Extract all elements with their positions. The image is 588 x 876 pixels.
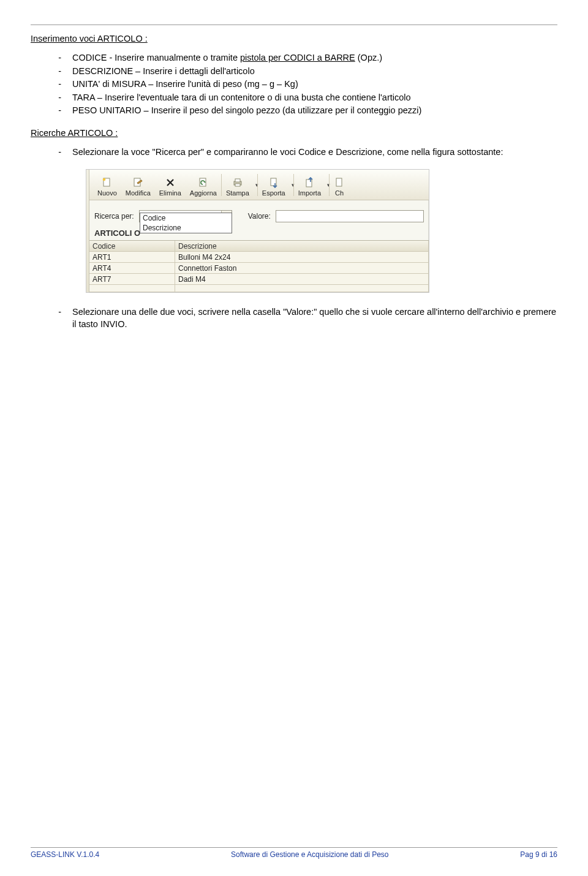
list-item: TARA – Inserire l'eventuale tara di un c… [61, 92, 557, 104]
importa-button[interactable]: Importa [294, 175, 325, 200]
label: Importa [298, 189, 321, 197]
section-title-insert: Inserimento voci ARTICOLO : [31, 34, 557, 43]
footer-right: Pag 9 di 16 [520, 850, 557, 859]
cell: Bulloni M4 2x24 [175, 252, 429, 263]
refresh-icon [198, 177, 209, 188]
search-row: Ricerca per: ▾ Valore: Codice Descrizion… [89, 200, 429, 227]
value-input[interactable] [276, 210, 424, 222]
svg-rect-6 [235, 179, 240, 182]
table-row[interactable]: ART1 Bulloni M4 2x24 [89, 252, 429, 263]
table-header: Codice Descrizione [89, 241, 429, 252]
list-item: DESCRIZIONE – Inserire i dettagli dell'a… [61, 66, 557, 78]
toolbar: Nuovo Modifica Elimina Aggiorna [89, 170, 429, 200]
aggiorna-button[interactable]: Aggiorna [186, 175, 221, 200]
nuovo-button[interactable]: Nuovo [93, 175, 121, 200]
list-item: PESO UNITARIO – Inserire il peso del sin… [61, 105, 557, 117]
dropdown-option-codice[interactable]: Codice [140, 213, 232, 223]
cell [89, 285, 175, 292]
table-row[interactable] [89, 285, 429, 292]
search-list-2: Selezionare una delle due voci, scrivere… [61, 306, 557, 330]
new-icon [102, 177, 113, 188]
cell [175, 285, 429, 292]
value-label: Valore: [248, 212, 271, 221]
edit-icon [132, 177, 143, 188]
label: Modifica [126, 189, 151, 197]
print-icon [232, 177, 243, 188]
svg-rect-7 [235, 184, 240, 186]
generic-icon [334, 177, 345, 188]
section-title-search: Ricerche ARTICOLO : [31, 128, 557, 138]
stampa-button[interactable]: Stampa [222, 175, 254, 200]
table-row[interactable]: ART7 Dadi M4 [89, 274, 429, 285]
data-grid: Codice Descrizione ART1 Bulloni M4 2x24 … [89, 240, 429, 292]
top-rule [31, 25, 557, 25]
delete-icon [165, 177, 176, 188]
embedded-ui: Nuovo Modifica Elimina Aggiorna [86, 169, 429, 293]
label: Esporta [262, 189, 285, 197]
cell: Dadi M4 [175, 274, 429, 285]
col-descrizione[interactable]: Descrizione [175, 241, 429, 252]
cell: ART1 [89, 252, 175, 263]
text: (Opz.) [355, 53, 382, 62]
svg-rect-12 [336, 178, 342, 186]
table-row[interactable]: ART4 Connettori Faston [89, 263, 429, 274]
label: Ch [335, 189, 344, 197]
search-label: Ricerca per: [94, 212, 134, 221]
list-item: Selezionare la voce "Ricerca per" e comp… [61, 146, 557, 159]
insert-list: CODICE - Inserire manualmente o tramite … [61, 52, 557, 117]
svg-point-1 [103, 178, 106, 181]
underlined-text: pistola per CODICI a BARRE [240, 53, 355, 62]
search-list-1: Selezionare la voce "Ricerca per" e comp… [61, 146, 557, 159]
elimina-button[interactable]: Elimina [155, 175, 186, 200]
truncated-button[interactable]: Ch [330, 175, 349, 200]
cell: Connettori Faston [175, 263, 429, 274]
export-icon [268, 177, 279, 188]
search-dropdown-list: Codice Descrizione [140, 213, 232, 233]
list-item: UNITA' di MISURA – Inserire l'unità di p… [61, 78, 557, 91]
col-codice[interactable]: Codice [89, 241, 175, 252]
cell: ART7 [89, 274, 175, 285]
label: Stampa [226, 189, 249, 197]
label: Nuovo [97, 189, 117, 197]
list-item: CODICE - Inserire manualmente o tramite … [61, 52, 557, 64]
list-item: Selezionare una delle due voci, scrivere… [61, 306, 557, 330]
footer-left: GEASS-LINK V.1.0.4 [31, 850, 99, 859]
esporta-button[interactable]: Esporta [258, 175, 290, 200]
modifica-button[interactable]: Modifica [121, 175, 155, 200]
import-icon [304, 177, 315, 188]
dropdown-option-descrizione[interactable]: Descrizione [140, 223, 232, 233]
label: Elimina [159, 189, 181, 197]
page-footer: GEASS-LINK V.1.0.4 Software di Gestione … [31, 847, 557, 859]
label: Aggiorna [190, 189, 217, 197]
cell: ART4 [89, 263, 175, 274]
footer-center: Software di Gestione e Acquisizione dati… [231, 850, 388, 859]
text: CODICE - Inserire manualmente o tramite [72, 53, 240, 62]
